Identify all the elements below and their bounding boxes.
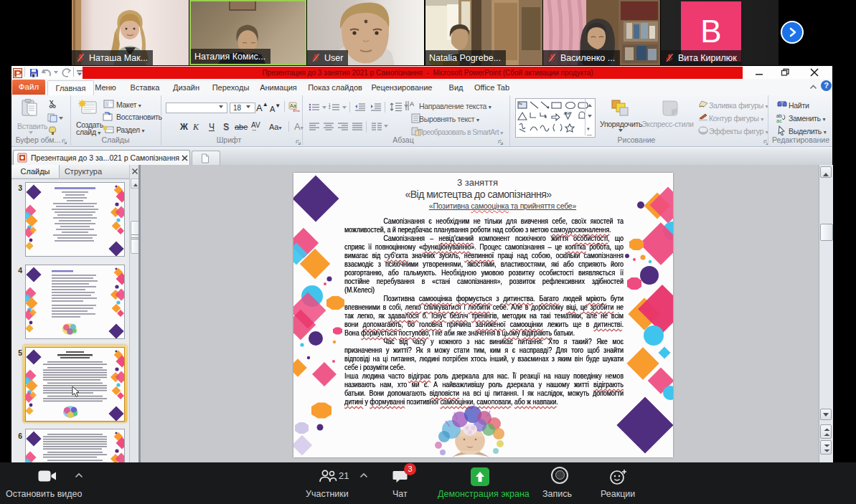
svg-text:А: А [410, 100, 414, 108]
svg-text:ab: ab [776, 113, 782, 118]
svg-text:ac: ac [776, 118, 782, 123]
svg-text:2: 2 [329, 106, 331, 110]
svg-text:Аа: Аа [290, 103, 296, 108]
